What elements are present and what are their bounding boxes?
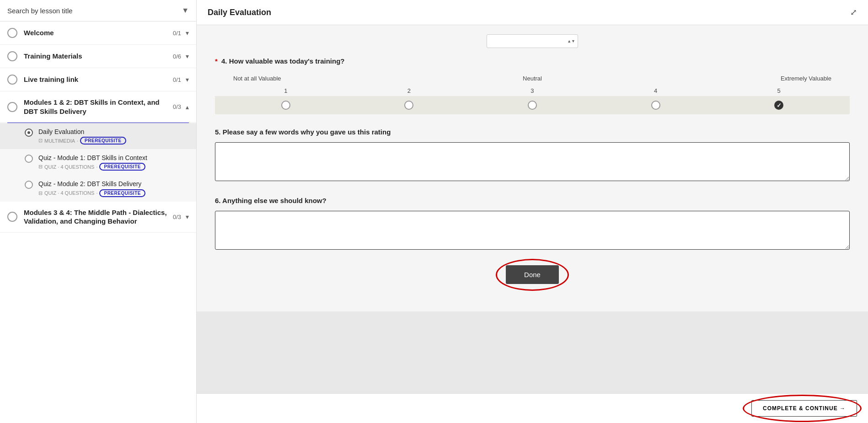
- radio-5[interactable]: [774, 101, 783, 110]
- sub-circle-quiz-2: [25, 181, 33, 189]
- radio-1[interactable]: [281, 101, 290, 110]
- sub-circle-daily-eval: [25, 129, 33, 137]
- sub-text-daily-eval: Daily Evaluation ⊡ MULTIMEDIA · PREREQUI…: [38, 128, 189, 145]
- question-6-block: 6. Anything else we should know?: [215, 197, 850, 252]
- expand-icon[interactable]: ⤢: [850, 7, 857, 17]
- sidebar-item-training-materials[interactable]: Training Materials 0/6 ▾: [0, 45, 196, 68]
- sidebar-item-modules-1-2[interactable]: Modules 1 & 2: DBT Skills in Context, an…: [0, 91, 196, 123]
- question-4-text: 4. How valuable was today's training?: [221, 57, 344, 65]
- sidebar-item-daily-eval[interactable]: Daily Evaluation ⊡ MULTIMEDIA · PREREQUI…: [0, 123, 196, 149]
- rating-num-1: 1: [224, 87, 348, 94]
- sidebar-item-live-training[interactable]: Live training link 0/1 ▾: [0, 68, 196, 91]
- rating-option-2[interactable]: [348, 101, 471, 110]
- sidebar-label-welcome: Welcome: [24, 28, 173, 37]
- sidebar-label-modules-1-2: Modules 1 & 2: DBT Skills in Context, an…: [24, 98, 173, 116]
- nav-count-welcome: 0/1: [173, 30, 181, 37]
- rating-option-5[interactable]: [717, 101, 841, 110]
- sub-title-quiz-2: Quiz - Module 2: DBT Skills Delivery: [38, 180, 189, 188]
- radio-2[interactable]: [404, 101, 413, 110]
- form-area: * 4. How valuable was today's training? …: [197, 25, 868, 393]
- main-content: Daily Evaluation ⤢ * 4. How valuable was…: [197, 0, 868, 423]
- question-6-textarea[interactable]: [215, 211, 850, 250]
- quiz-icon-1: ⊟: [38, 164, 43, 170]
- nav-circle-modules-3-4: [7, 212, 17, 222]
- top-select-row: [215, 34, 850, 48]
- rating-label-5: Extremely Valuable: [632, 75, 841, 82]
- sidebar-item-modules-3-4[interactable]: Modules 3 & 4: The Middle Path - Dialect…: [0, 202, 196, 233]
- question-6-label: 6. Anything else we should know?: [215, 197, 850, 204]
- sub-meta-quiz-1: ⊟ QUIZ · 4 QUESTIONS · PREREQUISITE: [38, 163, 189, 171]
- rating-option-4[interactable]: [594, 101, 718, 110]
- done-button-wrapper: Done: [215, 265, 850, 284]
- chevron-welcome: ▾: [186, 29, 189, 37]
- sub-circle-quiz-1: [25, 155, 33, 163]
- radio-4[interactable]: [651, 101, 660, 110]
- question-5-text: 5. Please say a few words why you gave u…: [215, 128, 391, 136]
- prerequisite-badge-daily-eval: PREREQUISITE: [80, 137, 126, 145]
- question-4-label: * 4. How valuable was today's training?: [215, 57, 850, 65]
- rating-option-3[interactable]: [471, 101, 594, 110]
- question-4-block: * 4. How valuable was today's training? …: [215, 57, 850, 114]
- dot-separator-3: ·: [96, 190, 97, 196]
- sub-title-daily-eval: Daily Evaluation: [38, 128, 189, 136]
- nav-count-modules-1-2: 0/3: [173, 103, 181, 110]
- select-wrapper[interactable]: [487, 34, 578, 48]
- prerequisite-badge-quiz-2: PREREQUISITE: [99, 189, 145, 197]
- sub-meta-daily-eval: ⊡ MULTIMEDIA · PREREQUISITE: [38, 137, 189, 145]
- top-select[interactable]: [487, 34, 578, 48]
- multimedia-icon: ⊡: [38, 138, 43, 144]
- sidebar-label-live-training: Live training link: [24, 75, 173, 84]
- required-star-4: *: [215, 57, 218, 65]
- nav-circle-modules-1-2: [7, 102, 17, 112]
- quiz-icon-2: ⊟: [38, 190, 43, 196]
- question-5-textarea[interactable]: [215, 142, 850, 181]
- complete-continue-button[interactable]: COMPLETE & CONTINUE →: [751, 400, 857, 417]
- chevron-modules-3-4: ▾: [186, 213, 189, 220]
- rating-label-3: Neutral: [433, 75, 632, 82]
- sidebar-item-quiz-module-1[interactable]: Quiz - Module 1: DBT Skills in Context ⊟…: [0, 149, 196, 175]
- sub-meta-text-quiz-2: QUIZ · 4 QUESTIONS: [44, 190, 94, 196]
- rating-scale: Not at all Valuable Neutral Extremely Va…: [215, 71, 850, 114]
- question-5-label: 5. Please say a few words why you gave u…: [215, 128, 850, 136]
- rating-numbers-row: 1 2 3 4 5: [215, 86, 850, 96]
- rating-label-1: Not at all Valuable: [224, 75, 433, 82]
- sidebar-label-training-materials: Training Materials: [24, 52, 173, 61]
- radio-3[interactable]: [528, 101, 537, 110]
- chevron-training-materials: ▾: [186, 53, 189, 60]
- search-bar[interactable]: Search by lesson title ▼: [0, 0, 196, 21]
- chevron-modules-1-2: ▴: [186, 103, 189, 111]
- main-header: Daily Evaluation ⤢: [197, 0, 868, 25]
- form-inner: * 4. How valuable was today's training? …: [197, 25, 868, 311]
- sidebar-label-modules-3-4: Modules 3 & 4: The Middle Path - Dialect…: [24, 208, 173, 226]
- rating-options-row: [215, 96, 850, 114]
- rating-labels-row: Not at all Valuable Neutral Extremely Va…: [215, 71, 850, 86]
- sub-items-section: Daily Evaluation ⊡ MULTIMEDIA · PREREQUI…: [0, 123, 196, 202]
- sub-text-quiz-2: Quiz - Module 2: DBT Skills Delivery ⊟ Q…: [38, 180, 189, 197]
- nav-count-modules-3-4: 0/3: [173, 214, 181, 220]
- bottom-bar: COMPLETE & CONTINUE →: [197, 393, 868, 423]
- page-title: Daily Evaluation: [208, 8, 271, 17]
- nav-circle-welcome: [7, 28, 17, 38]
- nav-count-training-materials: 0/6: [173, 53, 181, 60]
- dot-separator-1: ·: [77, 138, 78, 144]
- rating-option-1[interactable]: [224, 101, 348, 110]
- sub-meta-quiz-2: ⊟ QUIZ · 4 QUESTIONS · PREREQUISITE: [38, 189, 189, 197]
- done-button[interactable]: Done: [506, 265, 559, 284]
- sidebar-item-welcome[interactable]: Welcome 0/1 ▾: [0, 21, 196, 45]
- rating-num-4: 4: [594, 87, 718, 94]
- prerequisite-badge-quiz-1: PREREQUISITE: [99, 163, 145, 171]
- question-5-block: 5. Please say a few words why you gave u…: [215, 128, 850, 183]
- question-6-text: 6. Anything else we should know?: [215, 197, 327, 204]
- nav-count-live-training: 0/1: [173, 76, 181, 83]
- rating-num-2: 2: [348, 87, 471, 94]
- sub-meta-text-quiz-1: QUIZ · 4 QUESTIONS: [44, 164, 94, 170]
- sub-title-quiz-1: Quiz - Module 1: DBT Skills in Context: [38, 154, 189, 162]
- search-input[interactable]: Search by lesson title: [7, 7, 182, 15]
- rating-num-5: 5: [717, 87, 841, 94]
- sidebar-item-quiz-module-2[interactable]: Quiz - Module 2: DBT Skills Delivery ⊟ Q…: [0, 175, 196, 201]
- rating-num-3: 3: [471, 87, 594, 94]
- search-dropdown-arrow: ▼: [182, 6, 189, 15]
- sidebar: Search by lesson title ▼ Welcome 0/1 ▾ T…: [0, 0, 197, 423]
- nav-circle-live-training: [7, 75, 17, 85]
- sub-meta-text-daily-eval: MULTIMEDIA: [44, 138, 75, 144]
